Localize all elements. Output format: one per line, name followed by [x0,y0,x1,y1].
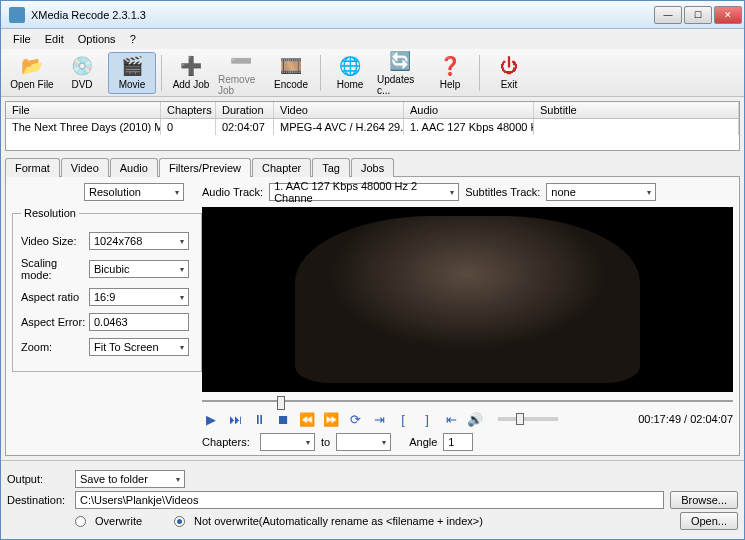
browse-button[interactable]: Browse... [670,491,738,509]
menu-edit[interactable]: Edit [39,31,70,47]
seek-thumb[interactable] [277,396,285,410]
encode-icon: 🎞️ [280,55,302,77]
film-icon: 🎬 [121,55,143,77]
tab-tag[interactable]: Tag [312,158,350,177]
col-video[interactable]: Video [274,102,404,118]
col-audio[interactable]: Audio [404,102,534,118]
col-file[interactable]: File [6,102,161,118]
menu-file[interactable]: File [7,31,37,47]
play-button[interactable]: ▶ [202,410,220,428]
open-file-button[interactable]: 📂Open File [8,52,56,94]
video-size-select[interactable]: 1024x768 [89,232,189,250]
angle-label: Angle [409,436,437,448]
maximize-button[interactable]: ☐ [684,6,712,24]
not-overwrite-radio[interactable] [174,516,185,527]
next-button[interactable]: ⏭ [226,410,244,428]
file-list[interactable]: File Chapters Duration Video Audio Subti… [5,101,740,151]
tab-panel: Resolution Resolution Video Size:1024x76… [5,176,740,456]
loop-button[interactable]: ⟳ [346,410,364,428]
overwrite-radio[interactable] [75,516,86,527]
close-button[interactable]: ✕ [714,6,742,24]
chapter-from-select[interactable] [260,433,315,451]
tab-format[interactable]: Format [5,158,60,177]
remove-job-button[interactable]: ➖Remove Job [217,52,265,94]
movie-button[interactable]: 🎬Movie [108,52,156,94]
separator [479,55,480,91]
scaling-select[interactable]: Bicubic [89,260,189,278]
playback-controls: ▶ ⏭ ⏸ ⏹ ⏪ ⏩ ⟳ ⇥ [ ] ⇤ 🔊 00:17:49 / 02:04… [202,410,733,428]
forward-button[interactable]: ⏩ [322,410,340,428]
add-job-button[interactable]: ➕Add Job [167,52,215,94]
updates-button[interactable]: 🔄Updates c... [376,52,424,94]
filter-select[interactable]: Resolution [84,183,184,201]
menu-help[interactable]: ? [124,31,142,47]
menu-options[interactable]: Options [72,31,122,47]
video-preview[interactable] [202,207,733,392]
col-chapters[interactable]: Chapters [161,102,216,118]
encode-button[interactable]: 🎞️Encode [267,52,315,94]
volume-icon[interactable]: 🔊 [466,410,484,428]
window-title: XMedia Recode 2.3.1.3 [31,9,654,21]
mark-out-button[interactable]: ⇤ [442,410,460,428]
bracket-left-icon[interactable]: [ [394,410,412,428]
chapters-label: Chapters: [202,436,254,448]
tab-filters[interactable]: Filters/Preview [159,158,251,177]
separator [161,55,162,91]
stop-button[interactable]: ⏹ [274,410,292,428]
right-pane: Audio Track: 1. AAC 127 Kbps 48000 Hz 2 … [202,183,733,449]
audio-track-label: Audio Track: [202,186,263,198]
zoom-label: Zoom: [21,341,89,353]
refresh-icon: 🔄 [389,50,411,72]
tab-video[interactable]: Video [61,158,109,177]
aspect-ratio-select[interactable]: 16:9 [89,288,189,306]
subtitle-track-select[interactable]: none [546,183,656,201]
tab-chapter[interactable]: Chapter [252,158,311,177]
aspect-error-label: Aspect Error: [21,316,89,328]
seek-bar[interactable] [202,400,733,402]
output-label: Output: [7,473,69,485]
video-size-label: Video Size: [21,235,89,247]
file-row[interactable]: The Next Three Days (2010) MV4 NL ... 0 … [6,119,739,135]
help-icon: ❓ [439,55,461,77]
preview-frame [295,216,640,383]
home-button[interactable]: 🌐Home [326,52,374,94]
globe-icon: 🌐 [339,55,361,77]
content: File Chapters Duration Video Audio Subti… [1,97,744,460]
dvd-button[interactable]: 💿DVD [58,52,106,94]
rewind-button[interactable]: ⏪ [298,410,316,428]
chapter-to-select[interactable] [336,433,391,451]
subtitle-track-label: Subtitles Track: [465,186,540,198]
angle-input[interactable] [443,433,473,451]
titlebar: XMedia Recode 2.3.1.3 — ☐ ✕ [1,1,744,29]
col-subtitle[interactable]: Subtitle [534,102,739,118]
audio-track-select[interactable]: 1. AAC 127 Kbps 48000 Hz 2 Channe [269,183,459,201]
app-icon [9,7,25,23]
col-duration[interactable]: Duration [216,102,274,118]
bottom-bar: Output: Save to folder Destination: Brow… [1,460,744,539]
app-window: XMedia Recode 2.3.1.3 — ☐ ✕ File Edit Op… [0,0,745,540]
pause-button[interactable]: ⏸ [250,410,268,428]
bracket-right-icon[interactable]: ] [418,410,436,428]
disc-icon: 💿 [71,55,93,77]
mark-in-button[interactable]: ⇥ [370,410,388,428]
plus-icon: ➕ [180,55,202,77]
resolution-group: Resolution Video Size:1024x768 Scaling m… [12,207,202,372]
destination-label: Destination: [7,494,69,506]
minus-icon: ➖ [230,50,252,72]
folder-icon: 📂 [21,55,43,77]
file-list-header: File Chapters Duration Video Audio Subti… [6,102,739,119]
left-options: Resolution Resolution Video Size:1024x76… [12,183,202,449]
tab-jobs[interactable]: Jobs [351,158,394,177]
output-select[interactable]: Save to folder [75,470,185,488]
open-button[interactable]: Open... [680,512,738,530]
minimize-button[interactable]: — [654,6,682,24]
tab-audio[interactable]: Audio [110,158,158,177]
aspect-ratio-label: Aspect ratio [21,291,89,303]
exit-button[interactable]: ⏻Exit [485,52,533,94]
menubar: File Edit Options ? [1,29,744,49]
volume-slider[interactable] [498,417,558,421]
destination-input[interactable] [75,491,664,509]
help-button[interactable]: ❓Help [426,52,474,94]
aspect-error-input[interactable] [89,313,189,331]
zoom-select[interactable]: Fit To Screen [89,338,189,356]
